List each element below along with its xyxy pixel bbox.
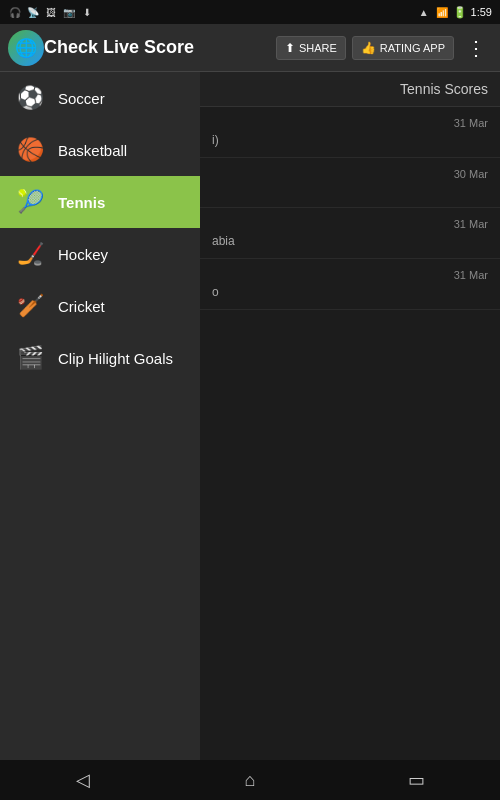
headphone-icon: 🎧 (8, 5, 22, 19)
sidebar-label-soccer: Soccer (58, 90, 105, 107)
camera-icon: 📷 (62, 5, 76, 19)
score-date-4: 31 Mar (212, 269, 488, 281)
battery-icon: 🔋 (453, 6, 467, 19)
basketball-icon: 🏀 (16, 136, 44, 164)
sidebar-item-tennis[interactable]: 🎾 Tennis (0, 176, 200, 228)
thumbs-up-icon: 👍 (361, 41, 376, 55)
score-item-2: 30 Mar (200, 158, 500, 208)
score-content-3: abia (212, 234, 488, 248)
content-area: Tennis Scores 31 Mar i) 30 Mar 31 Mar ab… (200, 72, 500, 760)
recents-icon: ▭ (408, 769, 425, 791)
status-bar: 🎧 📡 🖼 📷 ⬇ ▲ 📶 🔋 1:59 (0, 0, 500, 24)
sidebar-label-basketball: Basketball (58, 142, 127, 159)
score-date-2: 30 Mar (212, 168, 488, 180)
bottom-nav-bar: ◁ ⌂ ▭ (0, 760, 500, 800)
score-item-4: 31 Mar o (200, 259, 500, 310)
score-list: 31 Mar i) 30 Mar 31 Mar abia 31 Mar o (200, 107, 500, 310)
app-bar: 🌐 Check Live Score ⬆ SHARE 👍 RATING APP … (0, 24, 500, 72)
share-icon: ⬆ (285, 41, 295, 55)
sidebar-item-hockey[interactable]: 🏒 Hockey (0, 228, 200, 280)
sidebar-item-clip-highlight[interactable]: 🎬 Clip Hilight Goals (0, 332, 200, 384)
tennis-icon: 🎾 (16, 188, 44, 216)
picture-icon: 🖼 (44, 5, 58, 19)
app-title: Check Live Score (44, 37, 276, 58)
score-date-1: 31 Mar (212, 117, 488, 129)
sidebar: ⚽ Soccer 🏀 Basketball 🎾 Tennis 🏒 Hockey … (0, 72, 200, 760)
back-icon: ◁ (76, 769, 90, 791)
content-title: Tennis Scores (400, 81, 488, 97)
sidebar-item-soccer[interactable]: ⚽ Soccer (0, 72, 200, 124)
score-content-1: i) (212, 133, 488, 147)
download-icon: ⬇ (80, 5, 94, 19)
clip-icon: 🎬 (16, 344, 44, 372)
score-date-3: 31 Mar (212, 218, 488, 230)
content-header: Tennis Scores (200, 72, 500, 107)
share-button[interactable]: ⬆ SHARE (276, 36, 346, 60)
score-content-4: o (212, 285, 488, 299)
cast-icon: 📡 (26, 5, 40, 19)
app-bar-actions: ⬆ SHARE 👍 RATING APP ⋮ (276, 32, 492, 64)
hockey-icon: 🏒 (16, 240, 44, 268)
sidebar-label-cricket: Cricket (58, 298, 105, 315)
status-icons-left: 🎧 📡 🖼 📷 ⬇ (8, 5, 94, 19)
app-logo: 🌐 (8, 30, 44, 66)
soccer-icon: ⚽ (16, 84, 44, 112)
cricket-icon: 🏏 (16, 292, 44, 320)
status-icons-right: ▲ 📶 🔋 1:59 (417, 5, 492, 19)
clock: 1:59 (471, 6, 492, 18)
home-button[interactable]: ⌂ (220, 765, 280, 795)
back-button[interactable]: ◁ (53, 765, 113, 795)
sidebar-label-tennis: Tennis (58, 194, 105, 211)
home-icon: ⌂ (245, 770, 256, 791)
main-layout: ⚽ Soccer 🏀 Basketball 🎾 Tennis 🏒 Hockey … (0, 72, 500, 760)
sidebar-item-cricket[interactable]: 🏏 Cricket (0, 280, 200, 332)
score-item-3: 31 Mar abia (200, 208, 500, 259)
sidebar-label-hockey: Hockey (58, 246, 108, 263)
rating-button[interactable]: 👍 RATING APP (352, 36, 454, 60)
recents-button[interactable]: ▭ (387, 765, 447, 795)
sidebar-item-basketball[interactable]: 🏀 Basketball (0, 124, 200, 176)
score-item-1: 31 Mar i) (200, 107, 500, 158)
sidebar-label-clip: Clip Hilight Goals (58, 350, 173, 367)
wifi-icon: ▲ (417, 5, 431, 19)
signal-icon: 📶 (435, 5, 449, 19)
more-options-button[interactable]: ⋮ (460, 32, 492, 64)
